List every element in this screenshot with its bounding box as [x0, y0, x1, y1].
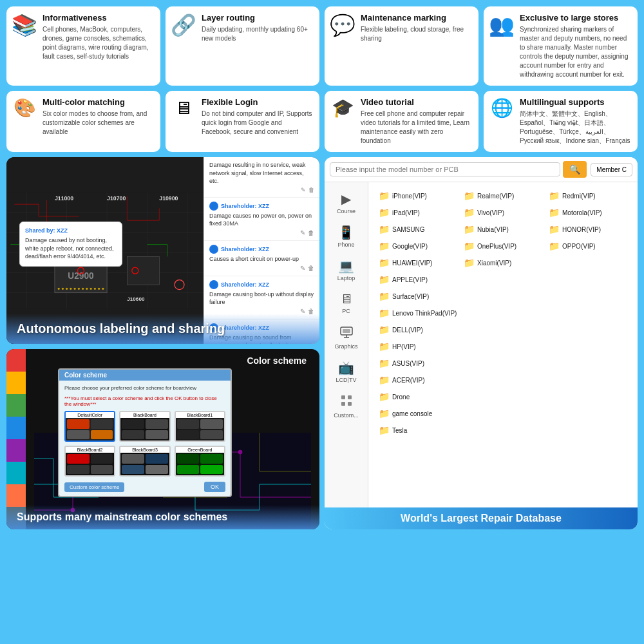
annotation-edit-icon[interactable]: ✎ [301, 187, 306, 193]
folder-oppo[interactable]: 📁OPPO(VIP) [546, 239, 630, 253]
custom-label: Custom... [334, 412, 359, 419]
swatch-blackboard3[interactable]: BlackBoard3 [119, 446, 170, 477]
annotation-3: 👤 Shareholder: XZZ Damage causing boot-u… [204, 276, 319, 319]
annotation-2-user: 👤 Shareholder: XZZ [209, 245, 314, 254]
folder-oneplus[interactable]: 📁OnePlus(VIP) [461, 239, 545, 253]
swatch-bb-cell-4 [146, 430, 168, 440]
nav-pc[interactable]: 🖥 PC [325, 288, 368, 318]
ok-btn[interactable]: OK [204, 482, 225, 492]
folder-icon-ipad: 📁 [379, 207, 390, 218]
custom-color-btn[interactable]: Custom color scheme [64, 482, 124, 492]
folder-motorola[interactable]: 📁Motorola(VIP) [546, 205, 630, 220]
folder-icon-motorola: 📁 [549, 207, 560, 218]
folder-realme[interactable]: 📁Realme(VIP) [461, 189, 545, 203]
svg-rect-64 [341, 402, 345, 406]
svg-point-30 [78, 288, 80, 290]
folder-empty-5 [546, 289, 630, 303]
folder-apple[interactable]: 📁APPLE(VIP) [376, 272, 460, 287]
folder-label-lenovo: Lenovo ThinkPad(VIP) [392, 310, 457, 317]
folder-honor[interactable]: 📁HONOR(VIP) [546, 222, 630, 236]
folder-empty-12 [461, 356, 545, 370]
svg-point-32 [86, 288, 88, 290]
annotation-delete-icon[interactable]: 🗑 [308, 187, 314, 193]
folder-empty-18 [461, 406, 545, 421]
folder-icon-google: 📁 [379, 241, 390, 251]
pcb-panel: U2900 J11000 J10700 J1 [6, 157, 319, 344]
swatch-blackboard-preview [120, 418, 169, 440]
a1-edit-icon[interactable]: ✎ [300, 229, 305, 236]
feature-card-exclusive_large_stores: 👥 Exclusive to large stores Synchronized… [484, 6, 638, 86]
feature-title-informativeness: Informativeness [43, 13, 154, 23]
a1-delete-icon[interactable]: 🗑 [308, 229, 314, 236]
db-search-input[interactable] [330, 162, 560, 176]
db-sidebar: ▶ Course 📱 Phone 💻 Laptop 🖥 PC [325, 182, 368, 507]
a2-edit-icon[interactable]: ✎ [300, 265, 305, 272]
folder-label-redmi: Redmi(VIP) [562, 193, 596, 200]
folder-iphone[interactable]: 📁iPhone(VIP) [376, 189, 460, 203]
feature-desc-video_tutorial: Free cell phone and computer repair vide… [361, 109, 472, 146]
nav-course[interactable]: ▶ Course [325, 187, 368, 218]
folder-label-vivo: Vivo(VIP) [477, 209, 504, 216]
folder-label-tesla: Tesla [392, 427, 407, 434]
folder-hp[interactable]: 📁HP(VIP) [376, 339, 460, 354]
dialog-title: Color scheme [59, 370, 231, 381]
folder-label-huawei: HUAWEI(VIP) [392, 260, 432, 267]
folder-empty-7 [546, 306, 630, 320]
folder-lenovo[interactable]: 📁Lenovo ThinkPad(VIP) [376, 306, 460, 320]
feature-icon-video_tutorial: 🎓 [331, 97, 354, 118]
folder-game-console[interactable]: 📁game console [376, 406, 460, 421]
db-member-button[interactable]: Member C [591, 163, 632, 176]
feature-desc-layer_routing: Daily updating, monthly updating 60+ new… [202, 25, 313, 43]
color-scheme-title: Color scheme [247, 355, 307, 366]
folders-grid: 📁iPhone(VIP) 📁Realme(VIP) 📁Redmi(VIP) 📁i… [376, 189, 630, 437]
feature-desc-maintenance_marking: Flexible labeling, cloud storage, free s… [361, 25, 472, 43]
nav-lcd-tv[interactable]: 📺 LCD|TV [325, 356, 368, 387]
folder-acer[interactable]: 📁ACER(VIP) [376, 373, 460, 387]
nav-phone[interactable]: 📱 Phone [325, 221, 368, 252]
folder-samsung[interactable]: 📁SAMSUNG [376, 222, 460, 236]
folder-ipad[interactable]: 📁iPad(VIP) [376, 205, 460, 220]
db-search-button[interactable]: 🔍 [563, 161, 587, 178]
folder-asus[interactable]: 📁ASUS(VIP) [376, 356, 460, 370]
svg-point-29 [74, 288, 76, 290]
a2-delete-icon[interactable]: 🗑 [308, 265, 314, 272]
folder-icon-hp: 📁 [379, 341, 390, 352]
swatch-blackboard1[interactable]: BlackBoard1 [175, 411, 225, 442]
folder-huawei[interactable]: 📁HUAWEI(VIP) [376, 256, 460, 270]
feature-card-informativeness: 📚 Informativeness Cell phones, MacBook, … [6, 6, 160, 86]
swatch-gb-cell-3 [177, 465, 200, 475]
folder-drone[interactable]: 📁Drone [376, 390, 460, 404]
swatch-blackboard3-preview [120, 453, 169, 475]
folder-nubia[interactable]: 📁Nubia(VIP) [461, 222, 545, 236]
swatch-gb-cell-4 [200, 465, 223, 475]
svg-rect-65 [348, 402, 352, 406]
feature-card-maintenance_marking: 💬 Maintenance marking Flexible labeling,… [325, 6, 478, 86]
swatch-blackboard[interactable]: BlackBoard [119, 411, 170, 442]
nav-custom[interactable]: Custom... [325, 390, 368, 422]
folder-tesla[interactable]: 📁Tesla [376, 423, 460, 437]
pc-label: PC [342, 308, 350, 314]
folder-dell[interactable]: 📁DELL(VIP) [376, 323, 460, 337]
swatch-greenboard[interactable]: GreenBoard [175, 446, 225, 477]
folder-vivo[interactable]: 📁Vivo(VIP) [461, 205, 545, 220]
folder-redmi[interactable]: 📁Redmi(VIP) [546, 189, 630, 203]
feature-icon-flexible_login: 🖥 [172, 97, 195, 118]
folder-icon-acer: 📁 [379, 375, 390, 385]
annotation-3-user: 👤 Shareholder: XZZ [209, 280, 314, 289]
nav-graphics[interactable]: Graphics [325, 321, 368, 354]
pcb-title: Autonomous labeling and sharing [17, 321, 309, 336]
svg-rect-62 [341, 395, 345, 399]
folder-surface[interactable]: 📁Surface(VIP) [376, 289, 460, 303]
folder-label-nubia: Nubia(VIP) [477, 226, 509, 233]
folder-google[interactable]: 📁Google(VIP) [376, 239, 460, 253]
nav-laptop[interactable]: 💻 Laptop [325, 254, 368, 285]
swatch-defaultcolor[interactable]: DefaultColor [64, 411, 115, 442]
folder-icon-oppo: 📁 [549, 241, 560, 251]
folder-icon-realme: 📁 [464, 191, 475, 201]
shared-by-label: Shared by: XZZ [25, 227, 117, 234]
folder-xiaomi[interactable]: 📁Xiaomi(VIP) [461, 256, 545, 270]
swatch-blackboard2[interactable]: BlackBoard2 [64, 446, 115, 477]
folder-icon-redmi: 📁 [549, 191, 560, 201]
main-area: U2900 J11000 J10700 J1 [0, 157, 644, 536]
folder-empty-1 [546, 256, 630, 270]
